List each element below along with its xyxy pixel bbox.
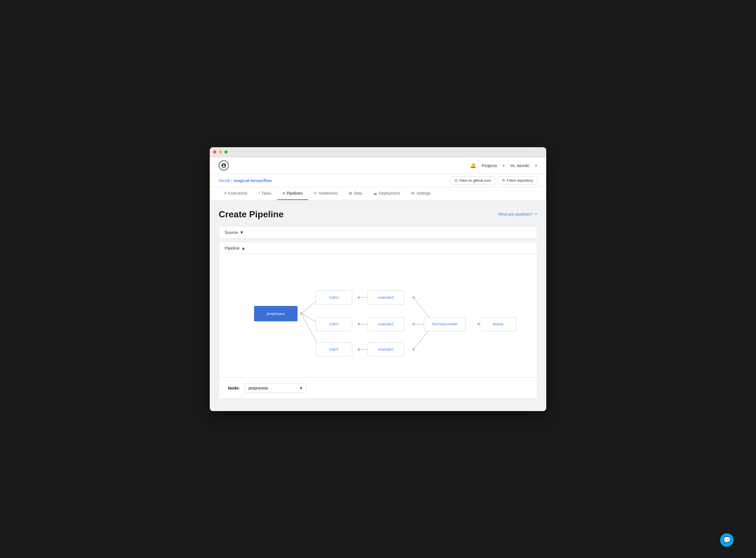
chat-icon: 💬 [723,536,731,544]
node-evaluate1[interactable]: evaluate1 [368,317,404,331]
navbar: 🔔 Projects ▾ Hi, henrik! ▾ [210,157,546,174]
node-find-best-model[interactable]: find-best-model [424,317,466,331]
deployment-icon: ☁ [373,191,377,196]
tab-settings[interactable]: ⚙ Settings [405,187,436,200]
node-evaluate2[interactable]: evaluate2 [368,290,404,305]
svg-point-17 [412,296,414,299]
external-link-icon: ↗ [534,212,537,217]
main-content: Create Pipeline What are pipelines? ↗ So… [210,200,546,411]
node-train1[interactable]: train1 [316,317,352,331]
svg-point-11 [357,323,360,325]
svg-point-19 [412,323,414,325]
app-logo[interactable] [219,160,229,171]
notebooks-icon: ✏ [314,191,317,196]
svg-point-24 [477,323,480,325]
node-train2[interactable]: train2 [316,290,352,305]
projects-menu[interactable]: Projects [482,163,497,168]
node-deploy[interactable]: deploy [480,317,516,331]
pipelines-icon: ≡ [283,191,285,196]
chevron-down-icon: ▾ [300,386,302,390]
svg-point-1 [300,312,302,314]
chevron-up-icon: ▲ [241,246,245,250]
tab-tasks[interactable]: ! Tasks [253,187,277,200]
pipeline-graph: preprocess train2 evaluate2 train1 evalu… [230,262,526,369]
maximize-button[interactable] [224,150,228,154]
tab-notebooks[interactable]: ✏ Notebooks [308,187,343,200]
tab-deployment[interactable]: ☁ Deployment [368,187,405,200]
tab-pipelines[interactable]: ≡ Pipelines [277,187,308,200]
source-section-header[interactable]: Source ▼ [219,227,537,238]
tasks-icon: ! [258,191,260,196]
github-icon: ⊙ [455,178,458,182]
chevron-down-icon: ▼ [240,230,244,235]
node-selector-bar: Node: preprocess ▾ [219,377,537,399]
breadcrumb-user[interactable]: henrik [219,178,230,183]
chat-button[interactable]: 💬 [720,533,734,547]
svg-point-14 [357,348,360,351]
page-title: Create Pipeline [219,209,283,220]
settings-icon: ⚙ [411,191,415,196]
breadcrumb-repo[interactable]: magical-tensorflow [233,178,272,183]
node-train3[interactable]: train3 [316,343,352,356]
node-evaluate3[interactable]: evaluate3 [368,343,404,356]
page-header: Create Pipeline What are pipelines? ↗ [219,209,537,220]
breadcrumb: henrik / magical-tensorflow [219,178,272,183]
close-button[interactable] [213,150,217,154]
nav-right: 🔔 Projects ▾ Hi, henrik! ▾ [470,162,537,169]
pipeline-section-header[interactable]: Pipeline ▲ [219,242,537,254]
titlebar [210,147,546,157]
notification-bell[interactable]: 🔔 [470,162,476,169]
tabs-bar: # Executions ! Tasks ≡ Pipelines ✏ Noteb… [210,187,546,200]
breadcrumb-actions: ⊙ View on github.com ↻ Fetch repository [450,176,537,184]
tab-data[interactable]: ⊞ Data [343,187,368,200]
pipeline-canvas: preprocess train2 evaluate2 train1 evalu… [219,254,537,377]
fetch-repository-button[interactable]: ↻ Fetch repository [498,176,537,184]
refresh-icon: ↻ [502,178,505,182]
source-section: Source ▼ [219,226,537,238]
minimize-button[interactable] [219,150,222,154]
app-window: 🔔 Projects ▾ Hi, henrik! ▾ henrik / magi… [210,147,546,411]
executions-icon: # [224,191,227,196]
node-preprocess[interactable]: preprocess [254,306,298,321]
breadcrumb-separator: / [231,178,232,183]
node-label: Node: [228,385,240,390]
data-icon: ⊞ [349,191,352,196]
user-menu[interactable]: Hi, henrik! [510,163,529,168]
node-selected-value: preprocess [249,386,268,390]
tab-executions[interactable]: # Executions [219,187,253,200]
help-link[interactable]: What are pipelines? ↗ [498,212,537,217]
breadcrumb-bar: henrik / magical-tensorflow ⊙ View on gi… [210,174,546,187]
svg-point-22 [412,348,414,351]
node-dropdown[interactable]: preprocess ▾ [245,383,306,393]
svg-point-8 [357,296,360,299]
view-on-github-button[interactable]: ⊙ View on github.com [450,176,495,184]
pipeline-section: Pipeline ▲ [219,242,537,399]
